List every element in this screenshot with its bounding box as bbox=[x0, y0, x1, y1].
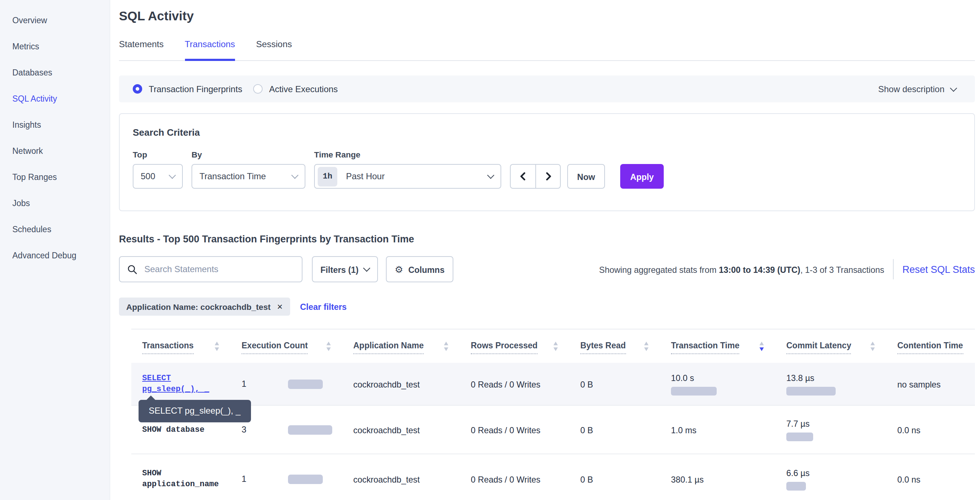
view-mode-bar: Transaction Fingerprints Active Executio… bbox=[119, 75, 975, 102]
sidebar-item-sql-activity[interactable]: SQL Activity bbox=[0, 86, 110, 112]
commit-latency-bar bbox=[786, 481, 806, 490]
tab-statements[interactable]: Statements bbox=[119, 39, 164, 60]
search-criteria-controls: Top 500 By Transaction Time Time Range bbox=[133, 150, 961, 189]
time-range-field: Time Range 1h Past Hour bbox=[314, 150, 501, 189]
columns-label: Columns bbox=[408, 264, 445, 274]
radio-label: Active Executions bbox=[269, 84, 338, 94]
cell-commit-latency: 6.6 µs bbox=[786, 468, 897, 490]
header-transaction-time[interactable]: Transaction Time bbox=[671, 338, 786, 354]
cell-transaction: SHOW application_name bbox=[131, 468, 242, 490]
sort-icon bbox=[326, 342, 331, 351]
show-description-label: Show description bbox=[878, 84, 945, 94]
close-icon[interactable]: × bbox=[277, 301, 283, 312]
time-range-label: Time Range bbox=[314, 150, 501, 159]
cell-transaction-time: 1.0 ms bbox=[671, 425, 786, 434]
now-button[interactable]: Now bbox=[567, 164, 605, 189]
show-description-toggle[interactable]: Show description bbox=[878, 84, 956, 94]
search-criteria-heading: Search Criteria bbox=[133, 127, 961, 139]
table-header-row: Transactions Execution Count Application… bbox=[131, 330, 975, 363]
radio-transaction-fingerprints[interactable]: Transaction Fingerprints bbox=[133, 84, 242, 94]
time-pager bbox=[510, 164, 561, 189]
top-value: 500 bbox=[141, 171, 155, 182]
by-select[interactable]: Transaction Time bbox=[191, 164, 305, 189]
sidebar: Overview Metrics Databases SQL Activity … bbox=[0, 0, 110, 500]
cell-transaction-time: 380.1 µs bbox=[671, 474, 786, 484]
results-heading: Results - Top 500 Transaction Fingerprin… bbox=[119, 233, 975, 245]
sidebar-item-metrics[interactable]: Metrics bbox=[0, 33, 110, 59]
page-title: SQL Activity bbox=[119, 7, 975, 25]
tab-bar: Statements Transactions Sessions bbox=[119, 39, 975, 61]
columns-button[interactable]: ⚙ Columns bbox=[386, 256, 453, 282]
cell-rows-processed: 0 Reads / 0 Writes bbox=[471, 379, 580, 389]
sidebar-item-advanced-debug[interactable]: Advanced Debug bbox=[0, 242, 110, 269]
gear-icon: ⚙ bbox=[395, 264, 403, 275]
cell-application-name: cockroachdb_test bbox=[353, 379, 471, 389]
chevron-down-icon bbox=[291, 172, 299, 179]
reset-sql-stats-link[interactable]: Reset SQL Stats bbox=[902, 264, 975, 275]
cell-execution-count: 3 bbox=[242, 425, 353, 435]
clear-filters-link[interactable]: Clear filters bbox=[300, 302, 347, 311]
sort-icon bbox=[444, 342, 448, 351]
execution-count-bar bbox=[288, 425, 332, 434]
sidebar-item-network[interactable]: Network bbox=[0, 138, 110, 164]
cell-rows-processed: 0 Reads / 0 Writes bbox=[471, 425, 580, 434]
radio-selected-icon bbox=[133, 84, 142, 94]
transaction-fingerprint-link[interactable]: SELECT pg_sleep(_), _ bbox=[142, 373, 215, 395]
sort-icon bbox=[554, 342, 558, 351]
app-window: Overview Metrics Databases SQL Activity … bbox=[0, 0, 980, 500]
apply-button[interactable]: Apply bbox=[620, 164, 664, 189]
time-prev-button[interactable] bbox=[510, 164, 535, 189]
cell-contention-time: 0.0 ns bbox=[897, 425, 975, 434]
radio-active-executions[interactable]: Active Executions bbox=[253, 84, 338, 94]
header-contention-time[interactable]: Contention Time bbox=[897, 338, 975, 354]
header-commit-latency[interactable]: Commit Latency bbox=[786, 338, 897, 354]
sidebar-item-jobs[interactable]: Jobs bbox=[0, 190, 110, 216]
commit-latency-bar bbox=[786, 432, 813, 441]
chevron-down-icon bbox=[363, 264, 371, 272]
cell-commit-latency: 7.7 µs bbox=[786, 418, 897, 441]
active-filters-row: Application Name: cockroachdb_test × Cle… bbox=[119, 298, 975, 316]
cell-application-name: cockroachdb_test bbox=[353, 474, 471, 484]
search-input[interactable] bbox=[143, 263, 302, 275]
cell-execution-count: 1 bbox=[242, 474, 353, 484]
header-execution-count[interactable]: Execution Count bbox=[242, 338, 353, 354]
sort-icon-desc bbox=[759, 342, 764, 351]
header-rows-processed[interactable]: Rows Processed bbox=[471, 338, 580, 354]
header-bytes-read[interactable]: Bytes Read bbox=[580, 338, 671, 354]
time-range-select[interactable]: 1h Past Hour bbox=[314, 164, 501, 189]
table-row: SHOW application_name 1 cockroachdb_test… bbox=[131, 454, 975, 500]
chevron-down-icon bbox=[950, 84, 957, 91]
cell-transaction: SHOW database bbox=[131, 424, 242, 436]
cell-application-name: cockroachdb_test bbox=[353, 425, 471, 434]
sort-icon bbox=[644, 342, 649, 351]
header-application-name[interactable]: Application Name bbox=[353, 338, 471, 354]
filter-chip[interactable]: Application Name: cockroachdb_test × bbox=[119, 298, 290, 316]
by-field: By Transaction Time bbox=[191, 150, 305, 189]
cell-execution-count: 1 bbox=[242, 379, 353, 389]
results-toolbar: Filters (1) ⚙ Columns Showing aggregated… bbox=[119, 256, 975, 282]
time-range-value: Past Hour bbox=[346, 171, 385, 182]
tab-sessions[interactable]: Sessions bbox=[256, 39, 292, 60]
top-select[interactable]: 500 bbox=[133, 164, 183, 189]
execution-count-bar bbox=[288, 474, 323, 484]
sort-icon bbox=[215, 342, 219, 351]
transactions-table: Transactions Execution Count Application… bbox=[131, 329, 975, 500]
transaction-fingerprint[interactable]: SHOW application_name bbox=[142, 468, 223, 490]
execution-count-bar bbox=[288, 379, 323, 389]
filters-button[interactable]: Filters (1) bbox=[312, 256, 378, 282]
time-next-button[interactable] bbox=[535, 164, 561, 189]
filter-chip-label: Application Name: cockroachdb_test bbox=[126, 302, 270, 311]
cell-transaction-time: 10.0 s bbox=[671, 373, 786, 395]
sidebar-item-schedules[interactable]: Schedules bbox=[0, 216, 110, 242]
header-transactions[interactable]: Transactions bbox=[131, 338, 242, 354]
sidebar-item-insights[interactable]: Insights bbox=[0, 112, 110, 138]
sidebar-item-overview[interactable]: Overview bbox=[0, 7, 110, 33]
sql-tooltip: SELECT pg_sleep(_), _ bbox=[138, 400, 251, 422]
sidebar-item-top-ranges[interactable]: Top Ranges bbox=[0, 164, 110, 190]
radio-label: Transaction Fingerprints bbox=[149, 84, 242, 94]
divider bbox=[893, 259, 894, 279]
transaction-fingerprint[interactable]: SHOW database bbox=[142, 425, 223, 436]
search-criteria-panel: Search Criteria Top 500 By Transaction T… bbox=[119, 113, 975, 211]
tab-transactions[interactable]: Transactions bbox=[185, 39, 235, 60]
sidebar-item-databases[interactable]: Databases bbox=[0, 59, 110, 86]
